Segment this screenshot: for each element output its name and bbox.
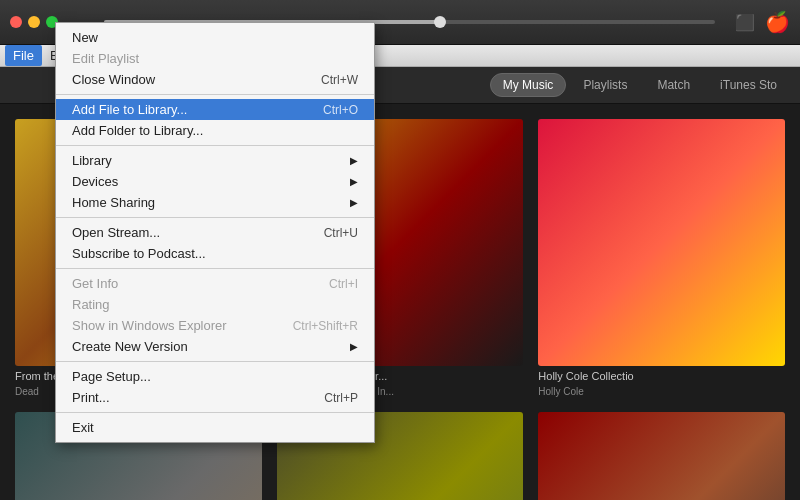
dropdown-item-new[interactable]: New [56, 27, 374, 48]
menu-label: Exit [72, 420, 94, 435]
tab-match[interactable]: Match [644, 73, 703, 97]
menu-label: Get Info [72, 276, 118, 291]
menu-separator [56, 217, 374, 218]
dropdown-item-subscribe-to-podcast[interactable]: Subscribe to Podcast... [56, 243, 374, 264]
submenu-arrow: ▶ [350, 176, 358, 187]
window-controls [10, 16, 58, 28]
dropdown-item-library[interactable]: Library▶ [56, 150, 374, 171]
menu-label: Subscribe to Podcast... [72, 246, 206, 261]
album-artist: Holly Cole [538, 386, 785, 397]
menu-separator [56, 145, 374, 146]
airplay-icon[interactable]: ⬛ [735, 13, 755, 32]
shortcut-label: Ctrl+O [323, 103, 358, 117]
album-card[interactable]: Holly Cole CollectioHolly Cole [538, 119, 785, 397]
menu-separator [56, 412, 374, 413]
shortcut-label: Ctrl+Shift+R [293, 319, 358, 333]
apple-logo: 🍎 [765, 10, 790, 34]
dropdown-item-add-file-to-library[interactable]: Add File to Library...Ctrl+O [56, 99, 374, 120]
album-art [538, 412, 785, 500]
menu-label: New [72, 30, 98, 45]
menu-label: Print... [72, 390, 110, 405]
tab-my-music[interactable]: My Music [490, 73, 567, 97]
menu-label: Add Folder to Library... [72, 123, 203, 138]
submenu-arrow: ▶ [350, 341, 358, 352]
tab-playlists[interactable]: Playlists [570, 73, 640, 97]
dropdown-item-print[interactable]: Print...Ctrl+P [56, 387, 374, 408]
menu-label: Library [72, 153, 112, 168]
menu-label: Add File to Library... [72, 102, 187, 117]
dropdown-item-home-sharing[interactable]: Home Sharing▶ [56, 192, 374, 213]
close-button[interactable] [10, 16, 22, 28]
album-art [538, 119, 785, 366]
menu-label: Rating [72, 297, 110, 312]
dropdown-item-exit[interactable]: Exit [56, 417, 374, 438]
file-dropdown: NewEdit PlaylistClose WindowCtrl+WAdd Fi… [55, 22, 375, 443]
dropdown-item-add-folder-to-library[interactable]: Add Folder to Library... [56, 120, 374, 141]
menu-label: Page Setup... [72, 369, 151, 384]
tab-itunes-sto[interactable]: iTunes Sto [707, 73, 790, 97]
dropdown-item-close-window[interactable]: Close WindowCtrl+W [56, 69, 374, 90]
shortcut-label: Ctrl+U [324, 226, 358, 240]
dropdown-item-edit-playlist: Edit Playlist [56, 48, 374, 69]
menu-label: Close Window [72, 72, 155, 87]
dropdown-item-show-in-windows-explorer: Show in Windows ExplorerCtrl+Shift+R [56, 315, 374, 336]
dropdown-item-create-new-version[interactable]: Create New Version▶ [56, 336, 374, 357]
menu-label: Edit Playlist [72, 51, 139, 66]
submenu-arrow: ▶ [350, 197, 358, 208]
menu-separator [56, 94, 374, 95]
submenu-arrow: ▶ [350, 155, 358, 166]
album-card[interactable]: Various PositionsLeonard Cohen [538, 412, 785, 500]
menu-separator [56, 361, 374, 362]
menu-label: Create New Version [72, 339, 188, 354]
menu-separator [56, 268, 374, 269]
dropdown-item-open-stream[interactable]: Open Stream...Ctrl+U [56, 222, 374, 243]
progress-thumb [434, 16, 446, 28]
menu-label: Open Stream... [72, 225, 160, 240]
dropdown-item-devices[interactable]: Devices▶ [56, 171, 374, 192]
shortcut-label: Ctrl+P [324, 391, 358, 405]
album-title: Holly Cole Collectio [538, 370, 785, 382]
menu-item-file[interactable]: File [5, 45, 42, 66]
shortcut-label: Ctrl+I [329, 277, 358, 291]
menu-label: Show in Windows Explorer [72, 318, 227, 333]
shortcut-label: Ctrl+W [321, 73, 358, 87]
dropdown-item-get-info: Get InfoCtrl+I [56, 273, 374, 294]
dropdown-item-page-setup[interactable]: Page Setup... [56, 366, 374, 387]
minimize-button[interactable] [28, 16, 40, 28]
dropdown-item-rating: Rating [56, 294, 374, 315]
menu-label: Home Sharing [72, 195, 155, 210]
menu-label: Devices [72, 174, 118, 189]
